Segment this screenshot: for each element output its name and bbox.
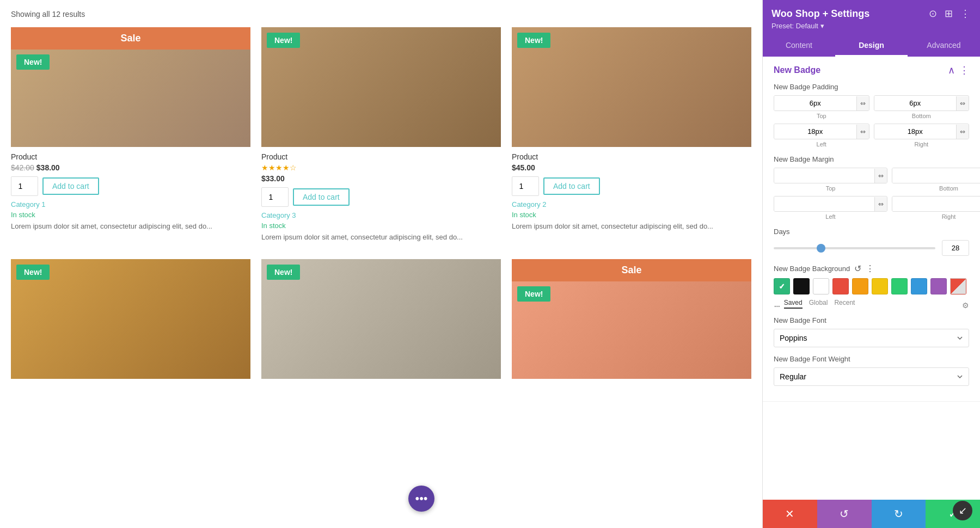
- product-stars-2: ★★★★☆: [261, 163, 501, 172]
- product-area: Showing all 12 results Sale New! Product…: [0, 0, 762, 528]
- padding-top-link[interactable]: ⇔: [856, 96, 869, 110]
- badge-background-section: New Badge Background ↺ ⋮ ✓: [774, 263, 969, 312]
- color-swatch-red[interactable]: [832, 278, 849, 294]
- settings-panel: Woo Shop + Settings ⊙ ⊞ ⋮ Preset: Defaul…: [762, 0, 980, 528]
- days-value-input[interactable]: [942, 240, 969, 256]
- category-link-1[interactable]: Category 1: [11, 200, 250, 208]
- category-link-2[interactable]: Category 3: [261, 211, 501, 219]
- add-to-cart-btn-2[interactable]: Add to cart: [293, 188, 350, 206]
- panel-icon-grid[interactable]: ⊞: [944, 8, 954, 20]
- color-more-btn[interactable]: ⋮: [866, 263, 874, 274]
- color-tab-recent[interactable]: Recent: [834, 299, 855, 309]
- section-title-icons: ∧ ⋮: [948, 64, 969, 76]
- color-swatch-green2[interactable]: [891, 278, 908, 294]
- color-swatch-orange[interactable]: [852, 278, 868, 294]
- margin-label: New Badge Margin: [774, 155, 969, 163]
- padding-field-left: ⇔ Left: [774, 124, 869, 148]
- color-swatch-blue[interactable]: [911, 278, 927, 294]
- check-icon: ✓: [779, 283, 785, 291]
- margin-bottom-label: Bottom: [939, 185, 958, 192]
- product-desc-2: Lorem ipsum dolor sit amet, consectetur …: [261, 232, 501, 243]
- days-section: Days: [774, 228, 969, 256]
- qty-input-1[interactable]: [11, 176, 38, 196]
- chevron-down-icon: ▾: [820, 22, 824, 30]
- padding-left-label: Left: [817, 141, 826, 148]
- margin-bottom-row: ⇔: [892, 168, 980, 183]
- margin-right-input[interactable]: [892, 197, 980, 211]
- product-image-5: New!: [261, 259, 501, 379]
- margin-grid: ⇔ Top ⇔ Bottom ⇔ Left: [774, 168, 969, 220]
- section-header-new-badge: New Badge ∧ ⋮: [774, 64, 969, 76]
- panel-title-icons: ⊙ ⊞ ⋮: [928, 8, 971, 20]
- product-card-5: New!: [261, 259, 501, 379]
- tab-advanced[interactable]: Advanced: [908, 35, 980, 57]
- panel-icon-target[interactable]: ⊙: [928, 8, 938, 20]
- color-tab-global[interactable]: Global: [809, 299, 828, 309]
- tab-design[interactable]: Design: [835, 35, 908, 57]
- add-to-cart-btn-3[interactable]: Add to cart: [543, 177, 600, 195]
- color-swatch-purple[interactable]: [930, 278, 947, 294]
- margin-left-link[interactable]: ⇔: [874, 197, 887, 211]
- margin-top-input[interactable]: [774, 168, 874, 183]
- product-label-2: Product: [261, 152, 501, 161]
- padding-bottom-input[interactable]: [874, 96, 957, 110]
- panel-icon-more[interactable]: ⋮: [959, 8, 971, 20]
- product-card-6: Sale New!: [512, 259, 751, 379]
- padding-field-bottom: ⇔ Bottom: [874, 95, 970, 119]
- color-settings-btn[interactable]: ⚙: [962, 301, 969, 310]
- padding-field-top: ⇔ Top: [774, 95, 869, 119]
- color-reset-btn[interactable]: ↺: [854, 263, 861, 274]
- color-swatch-black[interactable]: [793, 278, 810, 294]
- new-badge-section: New Badge ∧ ⋮ New Badge Padding ⇔ Top: [763, 57, 980, 402]
- badge-font-select[interactable]: Poppins Roboto Open Sans Lato: [774, 329, 969, 347]
- color-tab-saved[interactable]: Saved: [784, 299, 803, 309]
- badge-font-weight-select[interactable]: Regular Bold Light Medium: [774, 367, 969, 386]
- float-action-button[interactable]: •••: [408, 486, 434, 512]
- margin-top-row: ⇔: [774, 168, 887, 183]
- color-swatch-white[interactable]: [813, 278, 829, 294]
- corner-btn-icon: ↙: [959, 505, 967, 517]
- product-image-4: New!: [11, 259, 250, 379]
- days-slider[interactable]: [774, 247, 935, 249]
- section-collapse-btn[interactable]: ∧: [948, 64, 955, 76]
- padding-left-input[interactable]: [774, 124, 856, 139]
- margin-field-right: ⇔ Right: [892, 196, 980, 220]
- new-badge-4: New!: [16, 265, 50, 280]
- padding-right-link[interactable]: ⇔: [956, 125, 969, 139]
- product-image-1: Sale New!: [11, 27, 250, 147]
- cancel-button[interactable]: ✕: [763, 500, 817, 528]
- padding-left-row: ⇔: [774, 124, 869, 139]
- sale-banner-6: Sale: [512, 259, 751, 281]
- tab-content[interactable]: Content: [763, 35, 835, 57]
- corner-button[interactable]: ↙: [953, 501, 972, 520]
- redo-button[interactable]: ↻: [872, 500, 926, 528]
- results-count: Showing all 12 results: [11, 5, 751, 19]
- new-badge-3: New!: [517, 33, 550, 48]
- margin-left-input[interactable]: [774, 197, 874, 211]
- padding-left-link[interactable]: ⇔: [856, 125, 869, 139]
- panel-preset[interactable]: Preset: Default ▾: [771, 22, 971, 30]
- padding-bottom-label: Bottom: [912, 113, 931, 119]
- padding-top-input[interactable]: [774, 96, 856, 110]
- add-to-cart-btn-1[interactable]: Add to cart: [42, 177, 99, 195]
- panel-preset-text: Preset: Default: [771, 22, 818, 30]
- margin-bottom-input[interactable]: [892, 168, 980, 183]
- days-row: [774, 240, 969, 256]
- qty-input-2[interactable]: [261, 187, 289, 207]
- category-link-3[interactable]: Category 2: [512, 200, 751, 208]
- color-swatch-custom[interactable]: [950, 278, 966, 294]
- more-dots-icon[interactable]: ···: [774, 299, 780, 312]
- float-btn-icon: •••: [415, 492, 427, 506]
- section-more-btn[interactable]: ⋮: [959, 64, 969, 76]
- product-label-1: Product: [11, 152, 250, 161]
- reset-button[interactable]: ↺: [817, 500, 872, 528]
- qty-input-3[interactable]: [512, 176, 539, 196]
- color-swatch-green[interactable]: ✓: [774, 278, 790, 294]
- color-swatch-yellow[interactable]: [872, 278, 888, 294]
- padding-right-input[interactable]: [874, 124, 957, 139]
- badge-background-label: New Badge Background: [774, 265, 850, 273]
- margin-left-label: Left: [825, 213, 835, 220]
- padding-bottom-link[interactable]: ⇔: [956, 96, 969, 110]
- margin-top-link[interactable]: ⇔: [874, 169, 887, 183]
- product-image-2: New!: [261, 27, 501, 147]
